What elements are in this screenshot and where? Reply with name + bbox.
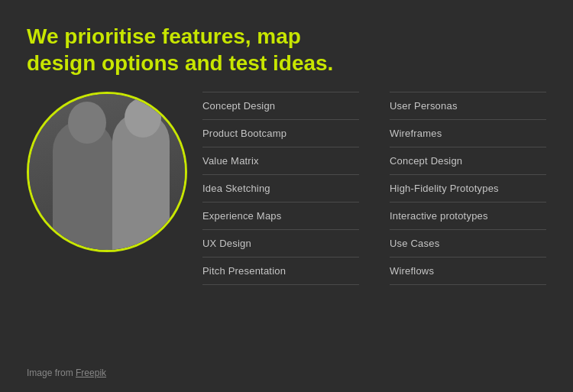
freepik-link[interactable]: Freepik bbox=[76, 368, 106, 378]
page-container: We prioritise features, map design optio… bbox=[0, 0, 573, 392]
image-credit-prefix: Image from bbox=[27, 368, 76, 378]
headline-line1: We prioritise features, map bbox=[27, 24, 301, 48]
list-item: Idea Sketching bbox=[202, 175, 359, 202]
list-item: Interactive prototypes bbox=[390, 202, 546, 230]
profile-image bbox=[27, 92, 187, 252]
list-item: Product Bootcamp bbox=[202, 120, 359, 147]
list-item: High-Fidelity Prototypes bbox=[390, 175, 546, 202]
right-list: User Personas Wireframes Concept Design … bbox=[374, 92, 546, 285]
left-list: Concept Design Product Bootcamp Value Ma… bbox=[202, 92, 374, 285]
list-item: Wireframes bbox=[390, 120, 546, 147]
headline: We prioritise features, map design optio… bbox=[27, 23, 348, 76]
list-item: Pitch Presentation bbox=[202, 258, 359, 285]
headline-line2: design options and test ideas. bbox=[27, 51, 333, 75]
content-area: Concept Design Product Bootcamp Value Ma… bbox=[27, 92, 546, 285]
list-item: Concept Design bbox=[390, 147, 546, 175]
image-credit: Image from Freepik bbox=[27, 368, 106, 378]
list-item: Concept Design bbox=[202, 92, 359, 120]
list-item: Use Cases bbox=[390, 230, 546, 258]
list-item: Experience Maps bbox=[202, 202, 359, 230]
list-item: User Personas bbox=[390, 92, 546, 120]
list-item: UX Design bbox=[202, 230, 359, 258]
list-item: Wireflows bbox=[390, 258, 546, 285]
list-item: Value Matrix bbox=[202, 147, 359, 175]
lists-area: Concept Design Product Bootcamp Value Ma… bbox=[202, 92, 546, 285]
